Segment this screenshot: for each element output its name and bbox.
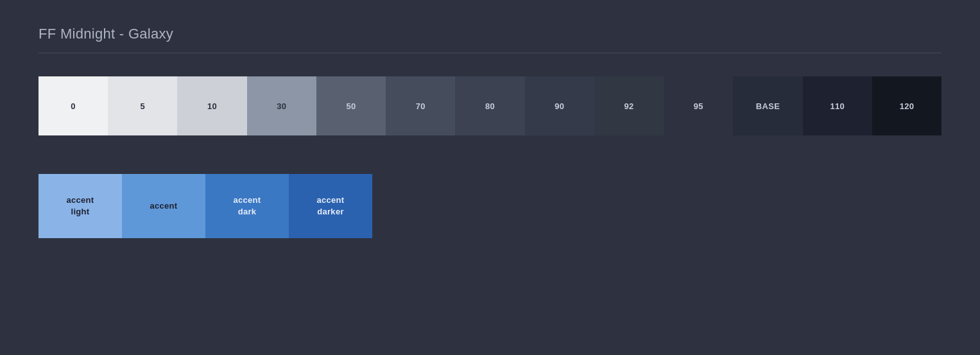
grayscale-swatch: 30 bbox=[247, 76, 316, 135]
grayscale-swatches-row: 051030507080909295BASE110120 bbox=[39, 76, 941, 135]
page-title: FF Midnight - Galaxy bbox=[39, 26, 941, 42]
grayscale-swatch: 120 bbox=[872, 76, 941, 135]
grayscale-swatch: 92 bbox=[594, 76, 664, 135]
accent-swatch: accent light bbox=[39, 174, 122, 238]
grayscale-swatch: 5 bbox=[108, 76, 177, 135]
title-divider bbox=[39, 53, 941, 53]
grayscale-swatch: BASE bbox=[733, 76, 802, 135]
accent-swatch: accent bbox=[122, 174, 205, 238]
grayscale-swatch: 50 bbox=[316, 76, 386, 135]
accent-swatches-row: accent lightaccentaccent darkaccent dark… bbox=[39, 174, 372, 238]
grayscale-swatch: 10 bbox=[177, 76, 246, 135]
accent-swatch: accent darker bbox=[289, 174, 372, 238]
grayscale-swatch: 80 bbox=[455, 76, 524, 135]
accent-swatch: accent dark bbox=[205, 174, 289, 238]
grayscale-swatch: 95 bbox=[664, 76, 733, 135]
grayscale-swatch: 90 bbox=[525, 76, 594, 135]
grayscale-swatch: 70 bbox=[386, 76, 455, 135]
grayscale-swatch: 0 bbox=[39, 76, 108, 135]
grayscale-swatch: 110 bbox=[803, 76, 872, 135]
